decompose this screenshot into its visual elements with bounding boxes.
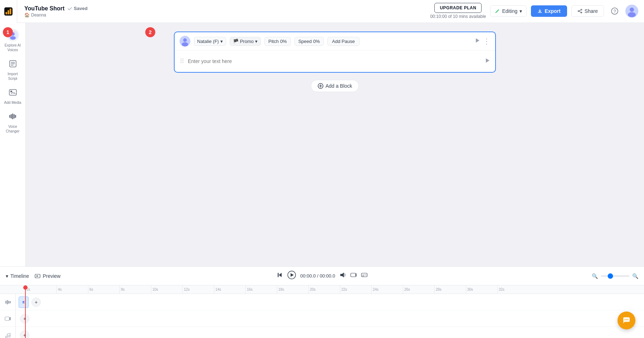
pitch-label: Pitch (268, 39, 279, 44)
playhead[interactable] (25, 285, 26, 338)
ruler-mark: 22s (340, 285, 371, 294)
sidebar-item-import-script[interactable]: ImportScript (1, 57, 24, 84)
sidebar-item-import-label: ImportScript (8, 72, 18, 81)
svg-point-30 (182, 42, 188, 47)
voice-changer-icon (9, 112, 17, 123)
script-text-input[interactable] (188, 57, 482, 66)
track-add-voice-button[interactable]: + (31, 298, 41, 307)
sidebar-item-add-media[interactable]: Add Media (1, 85, 24, 108)
ruler-mark: 20s (308, 285, 340, 294)
ruler-mark: 32s (497, 285, 529, 294)
block-more-button[interactable]: ⋮ (483, 37, 490, 45)
ruler-mark: 24s (371, 285, 403, 294)
play-pause-button[interactable] (287, 271, 296, 281)
ruler-mark: 2s (25, 285, 57, 294)
avatar[interactable] (625, 5, 638, 18)
svg-point-12 (630, 8, 634, 12)
pitch-badge[interactable]: Pitch 0% (264, 37, 291, 46)
share-button[interactable]: Share (571, 5, 604, 17)
add-media-icon (9, 88, 17, 99)
ruler-mark: 16s (245, 285, 277, 294)
ruler-mark: 6s (88, 285, 119, 294)
saved-label: Saved (74, 6, 87, 11)
ruler-mark: 10s (151, 285, 182, 294)
timeline-tracks: E + + (0, 294, 644, 338)
import-script-icon (9, 59, 17, 70)
track-add-music-button[interactable]: + (20, 330, 29, 338)
speed-value: 0% (313, 39, 320, 44)
style-flag-icon: 🏴 (233, 39, 239, 44)
add-block-button[interactable]: Add a Block (311, 80, 359, 92)
block-actions: ⋮ (474, 37, 490, 45)
zoom-out-icon: 🔍 (632, 273, 638, 279)
style-badge[interactable]: 🏴 Promo ▾ (230, 37, 261, 46)
camera-button[interactable] (350, 272, 357, 280)
speed-label: Speed (298, 39, 312, 44)
svg-text:?: ? (613, 9, 616, 14)
ruler-mark: 4s (57, 285, 88, 294)
svg-point-55 (5, 336, 7, 338)
svg-rect-53 (5, 317, 9, 320)
voice-chevron-icon: ▾ (220, 39, 223, 44)
voice-clip[interactable]: E (19, 296, 29, 308)
style-chevron-icon: ▾ (255, 39, 258, 44)
content-area: Natalie (F) ▾ 🏴 Promo ▾ Pitch 0% Speed (26, 23, 644, 266)
svg-rect-24 (11, 114, 12, 119)
editing-label: Editing (502, 8, 517, 14)
music-track-label (0, 327, 16, 338)
timeline-tab[interactable]: ▾ Timeline (6, 272, 29, 280)
svg-point-6 (578, 11, 579, 12)
zoom-slider[interactable] (601, 275, 629, 277)
upgrade-button[interactable]: UPGRADE PLAN (434, 3, 482, 13)
track-add-video-button[interactable]: + (20, 314, 29, 323)
svg-rect-52 (10, 301, 11, 303)
svg-marker-54 (9, 317, 11, 320)
sidebar-item-voice-changer[interactable]: VoiceChanger (1, 109, 24, 136)
volume-button[interactable] (340, 272, 346, 280)
svg-line-7 (579, 10, 581, 11)
video-track-row: + (0, 310, 644, 327)
export-label: Export (545, 8, 560, 14)
bottom-panel: ▾ Timeline Preview 00:00.0 / 00:00.0 (0, 266, 644, 338)
music-track-content: + (16, 327, 644, 338)
svg-point-13 (628, 12, 636, 17)
video-track-content: + (16, 310, 644, 327)
topbar-right: UPGRADE PLAN 00:10:00 of 10 mins availab… (430, 3, 638, 20)
svg-marker-37 (36, 275, 39, 277)
svg-marker-42 (340, 272, 344, 277)
skip-back-button[interactable] (277, 272, 283, 280)
style-name: Promo (240, 39, 254, 44)
export-button[interactable]: Export (531, 5, 567, 17)
step-badge-1: 1 (3, 27, 13, 37)
timeline-chevron-icon: ▾ (6, 273, 8, 279)
block-play-button[interactable] (474, 38, 480, 45)
share-label: Share (585, 8, 598, 14)
voice-selector[interactable]: Natalie (F) ▾ (194, 37, 226, 46)
svg-line-8 (579, 11, 581, 12)
preview-tab[interactable]: Preview (35, 272, 60, 280)
inline-play-icon[interactable] (484, 58, 490, 65)
chat-bubble[interactable] (618, 312, 635, 329)
svg-rect-22 (10, 91, 12, 92)
topbar: YouTube Short Saved 🏠 Deanna UPGRADE PLA… (0, 0, 644, 23)
speed-badge[interactable]: Speed 0% (294, 37, 324, 46)
sidebar-item-add-media-label: Add Media (4, 100, 21, 105)
home-icon: 🏠 (24, 13, 30, 18)
sidebar-item-voice-changer-label: VoiceChanger (6, 124, 19, 134)
time-info: 00:10:00 of 10 mins available (430, 14, 486, 20)
add-pause-button[interactable]: Add Pause (327, 37, 360, 46)
video-track-label (0, 310, 16, 327)
preview-tab-label: Preview (43, 273, 60, 279)
playhead-handle[interactable] (23, 285, 28, 290)
drag-handle-icon[interactable]: ⠿ (180, 57, 184, 65)
sidebar: Explore AIVoices ImportScript Add Media … (0, 23, 26, 266)
script-block-header: Natalie (F) ▾ 🏴 Promo ▾ Pitch 0% Speed (175, 32, 495, 50)
caption-button[interactable] (361, 272, 367, 280)
timeline-tab-label: Timeline (10, 273, 29, 279)
ruler-mark: 30s (466, 285, 497, 294)
help-button[interactable]: ? (608, 5, 621, 18)
logo (0, 0, 17, 23)
editing-button[interactable]: Editing ▾ (490, 5, 527, 17)
voice-track-row: E + (0, 294, 644, 310)
add-block-label: Add a Block (326, 83, 352, 89)
